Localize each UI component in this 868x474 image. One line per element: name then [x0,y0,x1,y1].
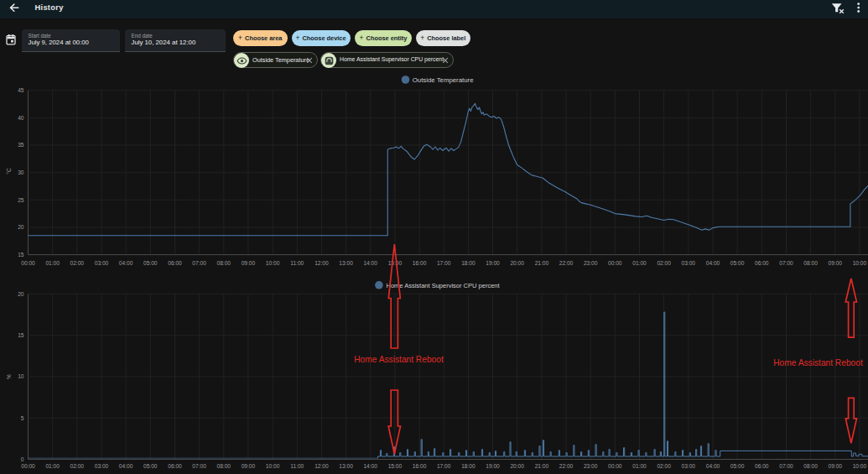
svg-text:10:00: 10:00 [853,260,867,266]
svg-text:16:00: 16:00 [413,260,427,266]
svg-text:35: 35 [18,142,24,148]
svg-text:07:00: 07:00 [192,260,206,266]
svg-text:04:00: 04:00 [706,463,720,469]
svg-text:10:00: 10:00 [266,463,280,469]
svg-text:18:00: 18:00 [461,463,476,469]
svg-text:04:00: 04:00 [119,463,133,469]
svg-text:45: 45 [18,87,24,93]
svg-text:0: 0 [21,456,24,462]
svg-text:20: 20 [18,291,24,297]
svg-text:%: % [6,374,12,379]
svg-text:06:00: 06:00 [168,260,182,266]
svg-text:19:00: 19:00 [486,463,500,469]
svg-text:18:00: 18:00 [461,260,476,266]
svg-text:01:00: 01:00 [45,260,60,266]
svg-text:07:00: 07:00 [192,463,206,469]
svg-text:02:00: 02:00 [657,463,671,469]
svg-text:03:00: 03:00 [682,463,696,469]
svg-text:07:00: 07:00 [779,463,793,469]
svg-text:07:00: 07:00 [779,260,793,266]
svg-text:08:00: 08:00 [803,463,818,469]
svg-text:Outside Temperature: Outside Temperature [413,76,474,84]
svg-text:01:00: 01:00 [632,463,647,469]
svg-text:13:00: 13:00 [339,260,353,266]
svg-text:00:00: 00:00 [21,260,35,266]
svg-text:09:00: 09:00 [242,260,256,266]
svg-text:14:00: 14:00 [363,463,377,469]
svg-text:20:00: 20:00 [510,463,524,469]
svg-text:05:00: 05:00 [730,260,745,266]
svg-text:08:00: 08:00 [803,260,818,266]
svg-text:20: 20 [18,224,24,230]
svg-text:03:00: 03:00 [95,260,109,266]
svg-text:02:00: 02:00 [70,463,85,469]
svg-text:06:00: 06:00 [755,260,769,266]
svg-text:15: 15 [18,332,24,338]
svg-text:01:00: 01:00 [45,463,60,469]
svg-text:03:00: 03:00 [682,260,696,266]
svg-text:14:00: 14:00 [363,260,377,266]
svg-text:01:00: 01:00 [632,260,647,266]
svg-text:Home Assistant Reboot: Home Assistant Reboot [354,355,444,364]
svg-text:12:00: 12:00 [314,463,329,469]
svg-text:09:00: 09:00 [829,463,843,469]
svg-text:05:00: 05:00 [143,260,158,266]
svg-text:04:00: 04:00 [706,260,720,266]
svg-text:21:00: 21:00 [535,463,549,469]
svg-text:02:00: 02:00 [657,260,671,266]
svg-text:06:00: 06:00 [168,463,182,469]
svg-text:12:00: 12:00 [314,260,329,266]
svg-text:10:00: 10:00 [266,260,280,266]
svg-text:11:00: 11:00 [290,260,304,266]
svg-text:15:00: 15:00 [388,463,403,469]
svg-text:°C: °C [6,168,12,174]
svg-text:10: 10 [18,373,24,379]
svg-text:22:00: 22:00 [559,463,574,469]
svg-text:Home Assistant Reboot: Home Assistant Reboot [773,358,863,367]
svg-text:17:00: 17:00 [437,463,451,469]
svg-text:03:00: 03:00 [95,463,109,469]
svg-text:00:00: 00:00 [608,463,622,469]
svg-text:Home Assistant Supervisor CPU: Home Assistant Supervisor CPU percent [387,282,501,289]
svg-text:21:00: 21:00 [535,260,549,266]
svg-text:06:00: 06:00 [755,463,769,469]
svg-text:25: 25 [18,197,24,203]
svg-text:19:00: 19:00 [486,260,500,266]
svg-text:22:00: 22:00 [559,260,574,266]
svg-text:05:00: 05:00 [143,463,158,469]
svg-text:09:00: 09:00 [829,260,843,266]
svg-text:04:00: 04:00 [119,260,133,266]
svg-text:23:00: 23:00 [584,463,598,469]
svg-text:30: 30 [18,169,24,175]
svg-text:17:00: 17:00 [437,260,451,266]
svg-text:23:00: 23:00 [584,260,598,266]
svg-text:16:00: 16:00 [413,463,427,469]
svg-text:15:00: 15:00 [388,260,403,266]
svg-text:40: 40 [18,115,24,121]
svg-text:08:00: 08:00 [217,463,231,469]
svg-text:5: 5 [21,415,24,421]
svg-text:15: 15 [18,252,24,258]
svg-text:20:00: 20:00 [510,260,524,266]
svg-text:08:00: 08:00 [217,260,231,266]
svg-text:13:00: 13:00 [339,463,353,469]
svg-text:10:00: 10:00 [853,463,867,469]
svg-text:02:00: 02:00 [70,260,85,266]
svg-text:05:00: 05:00 [730,463,745,469]
svg-text:00:00: 00:00 [608,260,622,266]
svg-text:00:00: 00:00 [21,463,35,469]
svg-text:09:00: 09:00 [242,463,256,469]
svg-text:11:00: 11:00 [290,463,304,469]
